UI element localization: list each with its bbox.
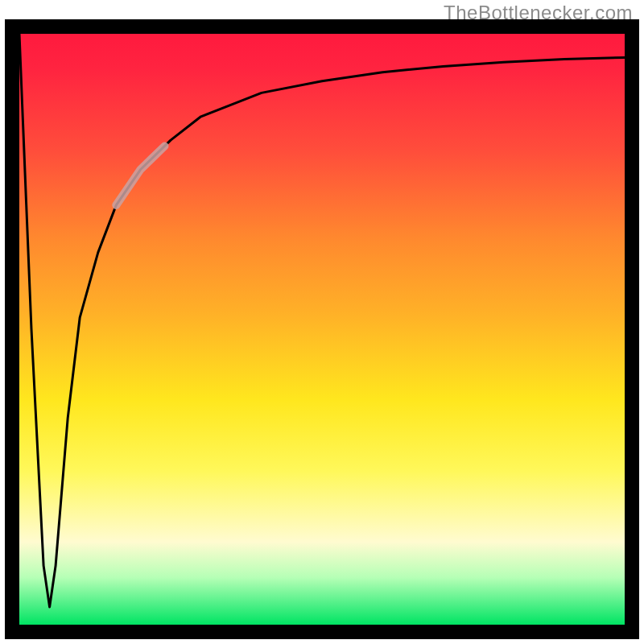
highlight-segment: [116, 147, 164, 205]
chart-svg: [19, 34, 625, 625]
bottleneck-curve: [19, 34, 625, 607]
chart-gradient-background: [19, 34, 625, 625]
chart-frame: [5, 19, 639, 639]
